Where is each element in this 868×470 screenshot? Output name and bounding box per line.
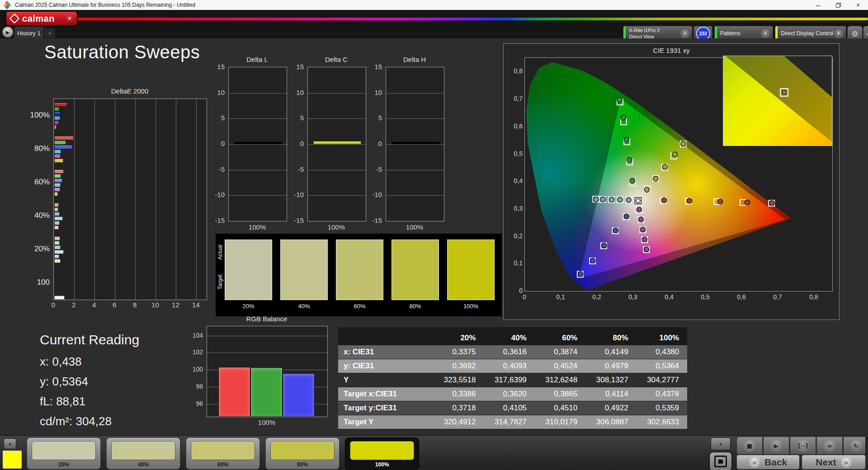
- tick-label: 0,3: [506, 205, 523, 212]
- meter-scroll-up-button[interactable]: ▲: [711, 437, 731, 450]
- deltae-bar: [54, 212, 60, 216]
- tick-label: 0: [289, 140, 304, 147]
- workflow-nav-button[interactable]: ▶: [2, 26, 14, 38]
- table-row: Target Y320,4912314,7827310,0179306,0887…: [338, 415, 687, 429]
- pattern-button-label: 60%: [186, 461, 259, 468]
- tick-label: 0: [518, 293, 531, 301]
- deltae-y-axis-labels: 100%80%60%40%20%100: [13, 99, 51, 299]
- tick-label: -10: [368, 191, 382, 198]
- row-label: Target x:CIE31: [338, 390, 433, 399]
- gridline: [386, 118, 444, 119]
- pattern-button-20%[interactable]: 20%: [27, 437, 101, 470]
- tick-label: 0,8: [807, 293, 821, 301]
- tick-label: 0,6: [506, 122, 523, 130]
- saturation-swatch-panel: Actual Target 20%40%60%80%100%: [216, 234, 502, 316]
- tick-label: 0: [210, 140, 225, 147]
- close-button[interactable]: ×: [848, 0, 868, 10]
- minimize-button[interactable]: [808, 0, 828, 10]
- page-title: Saturation Sweeps: [44, 42, 200, 62]
- pattern-button-label: 40%: [107, 461, 180, 468]
- tick-label: 15: [368, 63, 382, 70]
- delta-l-bar: [234, 142, 283, 144]
- loop-button[interactable]: ∞: [816, 437, 843, 455]
- pattern-button-80%[interactable]: 80%: [265, 437, 340, 470]
- delta-h-title: Delta H: [385, 56, 444, 63]
- tick-label: 98: [186, 383, 203, 390]
- table-cell: 0,4114: [585, 390, 636, 399]
- cie-y-axis-labels: 00,10,20,30,40,50,60,70,8: [506, 57, 524, 291]
- cie-measured-dot: [624, 214, 629, 219]
- pattern-scroll-up-button[interactable]: ▲: [4, 438, 16, 449]
- tick-label: 102: [186, 348, 203, 356]
- cie-measured-dot: [644, 247, 649, 252]
- deltae-bar: [54, 112, 61, 116]
- chevron-down-icon: ▼: [680, 29, 689, 38]
- gridline: [386, 93, 444, 94]
- app-header: calman ▼: [0, 10, 868, 26]
- cie-measured-dot: [600, 197, 605, 202]
- pattern-button-100%[interactable]: 100%: [345, 437, 419, 470]
- swatch-label: 40%: [280, 303, 328, 310]
- gridline: [229, 170, 287, 170]
- rainbow-accent-strip: [78, 18, 868, 20]
- delta-h-plot: [386, 67, 444, 221]
- gridline: [386, 144, 444, 145]
- refresh-button[interactable]: ↻: [843, 437, 868, 455]
- deltae-bar: [54, 207, 58, 212]
- swatch-patch: [225, 240, 272, 300]
- chevrons-right-icon: »: [841, 457, 852, 468]
- table-cell: 304,2777: [637, 376, 687, 385]
- rgb-bar-red: [218, 367, 250, 417]
- deltae-bar: [54, 254, 59, 258]
- cie-measured-dot: [609, 197, 614, 202]
- next-button[interactable]: Next »: [802, 455, 866, 470]
- deltae-bar: [54, 179, 62, 183]
- tick-label: 5: [210, 114, 225, 122]
- deltae-x-axis-labels: 02468101214: [53, 301, 206, 310]
- tab-history-1[interactable]: History 1: [14, 27, 43, 39]
- cie-measured-dot: [626, 197, 631, 202]
- deltae-bar: [54, 107, 59, 111]
- tick-label: -15: [289, 216, 304, 224]
- gridline: [308, 170, 366, 170]
- gear-icon: ⚙: [851, 29, 858, 38]
- cie-x-axis-labels: 00,10,20,30,40,50,60,70,8: [524, 293, 832, 301]
- delta-c-bar: [313, 141, 362, 144]
- gridline: [308, 93, 366, 94]
- calman-menu-button[interactable]: calman ▼: [6, 12, 77, 25]
- pattern-button-60%[interactable]: 60%: [186, 437, 260, 470]
- table-row: Target y:CIE310,37180,41050,45100,49220,…: [338, 401, 687, 415]
- tick-label: 0,1: [506, 259, 523, 267]
- row-label: Y: [338, 376, 433, 385]
- tick-label: 0,2: [506, 232, 523, 240]
- deltae-bar: [54, 154, 61, 158]
- table-row: Target x:CIE310,33860,36200,38650,41140,…: [338, 387, 687, 401]
- stop-button[interactable]: ■: [736, 437, 763, 455]
- step-button[interactable]: [··]: [790, 437, 816, 455]
- group-label: 40%: [14, 199, 50, 232]
- current-reading-cdm2: cd/m²: 304,28: [40, 414, 112, 428]
- tick-label: 15: [289, 63, 304, 70]
- tick-label: -5: [210, 165, 225, 173]
- tick-label: 8: [129, 301, 140, 309]
- pattern-window-button[interactable]: [709, 451, 732, 470]
- add-tab-button[interactable]: +: [44, 28, 55, 38]
- back-button[interactable]: « Back: [736, 455, 800, 470]
- row-label: Target y:CIE31: [338, 404, 433, 413]
- delta-c-y-labels: 151050-5-10-15: [289, 67, 306, 221]
- restore-button[interactable]: [828, 0, 848, 10]
- tick-label: 0: [48, 301, 59, 309]
- cie-measured-dot: [627, 157, 632, 162]
- pattern-button-40%[interactable]: 40%: [106, 437, 180, 470]
- table-cell: 0,3620: [484, 390, 534, 399]
- deltae-bar: [54, 259, 61, 263]
- play-icon: ▶: [770, 439, 783, 452]
- play-button[interactable]: ▶: [763, 437, 789, 455]
- deltae-bar: [54, 183, 61, 187]
- gridline: [207, 352, 327, 353]
- table-cell: 0,4105: [484, 404, 534, 413]
- gridline: [229, 118, 287, 119]
- rgb-bar-blue: [283, 373, 315, 417]
- refresh-icon: ↻: [850, 439, 863, 452]
- stop-icon: ■: [743, 439, 756, 452]
